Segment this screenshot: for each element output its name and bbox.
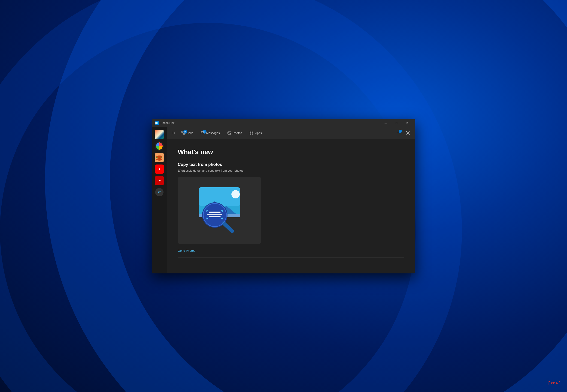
sidebar-item-more[interactable]: +2 — [154, 187, 165, 198]
back-button[interactable]:  › — [170, 130, 177, 136]
svg-point-13 — [228, 132, 229, 133]
title-bar-text: Phone Link — [161, 121, 381, 125]
nav-right: ··· 1 — [395, 129, 412, 137]
sidebar-item-pinwheel[interactable] — [154, 140, 165, 152]
svg-marker-10 — [159, 180, 161, 182]
xda-label: XDA — [551, 381, 558, 385]
go-to-photos-link[interactable]: Go to Photos — [178, 249, 195, 252]
messages-label: Messages — [206, 131, 220, 135]
maximize-button[interactable]: ⎕ — [391, 119, 402, 127]
xda-bracket-right: ] — [559, 381, 561, 386]
content-wrapper:  › 55 Calls 1 Messages — [167, 127, 415, 273]
svg-rect-2 — [157, 122, 158, 124]
svg-rect-12 — [227, 132, 231, 135]
svg-rect-17 — [252, 133, 253, 135]
svg-rect-37 — [223, 218, 223, 219]
svg-rect-31 — [207, 210, 207, 212]
svg-rect-29 — [209, 216, 221, 217]
svg-rect-14 — [250, 131, 251, 132]
tab-calls[interactable]: 55 Calls — [178, 129, 196, 136]
phone-link-window: Phone Link — ⎕ ✕ — [152, 119, 415, 273]
feature-title: Copy text from photos — [178, 162, 404, 167]
apps-label: Apps — [255, 131, 262, 135]
feature-image — [178, 177, 261, 244]
messages-icon — [200, 131, 205, 135]
minimize-button[interactable]: — — [381, 119, 391, 127]
svg-line-38 — [224, 223, 232, 231]
whats-new-title: What's new — [178, 148, 404, 156]
svg-rect-11 — [201, 131, 204, 134]
svg-marker-9 — [159, 168, 161, 170]
svg-rect-27 — [209, 211, 221, 213]
main-content: What's new Copy text from photos Effortl… — [167, 139, 415, 273]
tab-messages[interactable]: 1 Messages — [197, 129, 223, 136]
svg-point-18 — [407, 132, 409, 134]
sidebar-item-burger[interactable] — [154, 152, 165, 163]
sidebar-item-youtube[interactable] — [154, 164, 165, 175]
sidebar-item-phone-link[interactable] — [154, 129, 165, 140]
photos-label: Photos — [233, 131, 242, 135]
more-apps-badge: +2 — [155, 188, 164, 196]
calls-label: Calls — [187, 131, 193, 135]
svg-point-21 — [231, 190, 240, 198]
close-button[interactable]: ✕ — [402, 119, 413, 127]
svg-point-8 — [156, 155, 162, 158]
settings-icon — [405, 131, 410, 135]
svg-rect-15 — [252, 131, 253, 132]
sidebar: +2 — [152, 127, 167, 273]
app-body: +2  › 55 Calls 1 — [152, 127, 415, 273]
calls-icon — [181, 131, 185, 135]
svg-rect-28 — [207, 214, 222, 215]
content-divider — [178, 257, 404, 257]
settings-button[interactable] — [404, 129, 412, 137]
svg-rect-35 — [207, 218, 207, 219]
more-options-button[interactable]: ··· 1 — [395, 129, 402, 137]
svg-rect-1 — [155, 122, 157, 124]
xda-bracket-left: [ — [548, 381, 550, 386]
svg-rect-16 — [250, 133, 251, 135]
copy-text-illustration — [187, 185, 252, 236]
app-icon — [155, 121, 159, 125]
title-bar: Phone Link — ⎕ ✕ — [152, 119, 415, 127]
svg-rect-33 — [223, 210, 223, 212]
apps-icon — [249, 131, 254, 135]
xda-watermark: [ XDA ] — [548, 381, 561, 386]
nav-bar:  › 55 Calls 1 Messages — [167, 127, 415, 139]
sidebar-item-youtube2[interactable] — [154, 175, 165, 186]
tab-apps[interactable]: Apps — [246, 129, 265, 136]
more-badge: 1 — [399, 130, 402, 133]
window-controls: — ⎕ ✕ — [381, 119, 413, 127]
feature-desc: Effortlessly detect and copy text from y… — [178, 169, 404, 172]
photos-icon — [227, 131, 231, 135]
svg-point-5 — [156, 158, 162, 161]
tab-photos[interactable]: Photos — [224, 129, 245, 136]
